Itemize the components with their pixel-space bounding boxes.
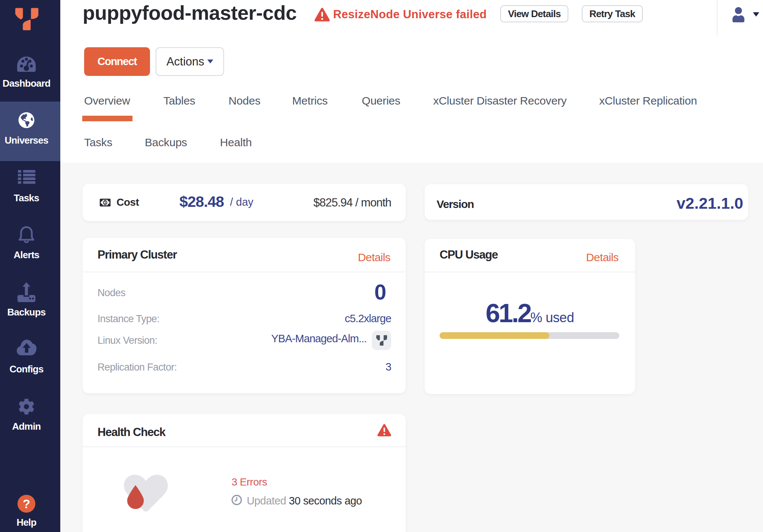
svg-text:1: 1: [104, 200, 106, 205]
